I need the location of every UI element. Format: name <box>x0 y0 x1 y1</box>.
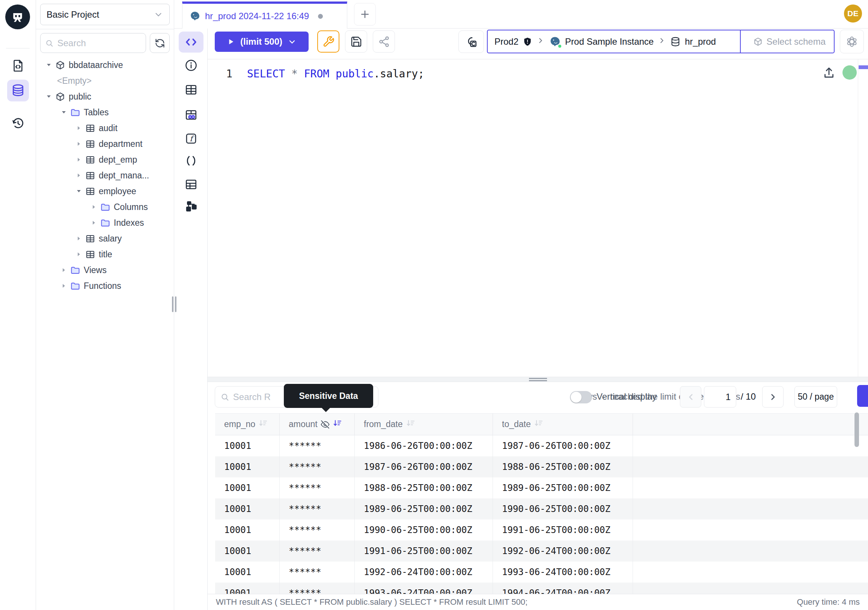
refresh-schema-button[interactable] <box>150 33 170 53</box>
caret-right-icon[interactable] <box>61 267 67 273</box>
tree-item-functions[interactable]: Functions <box>36 278 174 294</box>
caret-right-icon[interactable] <box>76 157 82 163</box>
tree-item-public[interactable]: public <box>36 88 174 104</box>
column-header-to_date[interactable]: to_date <box>493 414 633 435</box>
functions-panel-button[interactable]: f <box>184 132 198 146</box>
user-avatar[interactable]: DE <box>844 5 862 23</box>
ai-assistant-button[interactable] <box>840 29 864 53</box>
table-row[interactable]: 10001******1987-06-26T00:00:00Z1988-06-2… <box>215 456 868 477</box>
sidebar-resize-handle[interactable] <box>172 296 177 312</box>
next-page-button[interactable] <box>762 386 784 408</box>
query-time-label: Query time: 4 ms <box>797 597 860 607</box>
vertical-display-toggle[interactable] <box>570 391 592 404</box>
caret-right-icon[interactable] <box>91 204 97 210</box>
save-sheet-button[interactable] <box>345 30 367 53</box>
views-panel-button[interactable] <box>184 177 198 192</box>
results-panel: ws - reached the limit of query results … <box>208 382 868 594</box>
tree-item-audit[interactable]: audit <box>36 120 174 136</box>
table-cell: 1987-06-26T00:00:00Z <box>355 456 493 477</box>
page-size-select[interactable]: 50 / page <box>794 386 837 408</box>
export-button-fragment[interactable] <box>857 385 868 407</box>
sql-code-line[interactable]: SELECT * FROM public.salary; <box>247 68 424 80</box>
table-cell: 1988-06-25T00:00:00Z <box>493 456 633 477</box>
sql-editor[interactable]: 1 SELECT * FROM public.salary; <box>208 59 868 377</box>
column-header-amount[interactable]: amount <box>280 414 355 435</box>
eye-off-icon[interactable] <box>321 420 330 429</box>
table2-icon <box>184 178 198 191</box>
sort-icon[interactable] <box>258 419 268 430</box>
code-panel-tab[interactable] <box>179 31 203 53</box>
tree-item-tables[interactable]: Tables <box>36 104 174 120</box>
worksheet-nav-button[interactable] <box>7 55 29 77</box>
batch-query-button[interactable] <box>459 30 484 53</box>
sort-icon[interactable] <box>534 419 544 430</box>
main-content: f (limit 500) <box>174 28 868 610</box>
caret-right-icon[interactable] <box>76 125 82 131</box>
caret-down-icon[interactable] <box>76 188 82 194</box>
table-cell: ****** <box>280 562 355 582</box>
database-nav-button[interactable] <box>7 80 29 101</box>
caret-right-icon[interactable] <box>76 141 82 147</box>
caret-right-icon[interactable] <box>61 283 67 289</box>
table-row[interactable]: 10001******1992-06-24T00:00:00Z1993-06-2… <box>215 562 868 582</box>
tree-item-bbdataarchive[interactable]: bbdataarchive <box>36 57 174 73</box>
sort-icon[interactable] <box>406 419 415 430</box>
table-row[interactable]: 10001******1988-06-25T00:00:00Z1989-06-2… <box>215 477 868 498</box>
sidebar-search[interactable] <box>40 33 146 53</box>
caret-right-icon[interactable] <box>76 172 82 178</box>
table-cell: 1993-06-24T00:00:00Z <box>493 562 633 582</box>
run-query-button[interactable]: (limit 500) <box>215 31 308 52</box>
caret-right-icon[interactable] <box>76 251 82 257</box>
table-icon <box>85 186 95 196</box>
masking-panel-button[interactable] <box>184 108 198 122</box>
table-row[interactable]: 10001******1991-06-25T00:00:00Z1992-06-2… <box>215 540 868 562</box>
sort-icon[interactable] <box>333 419 343 430</box>
connection-breadcrumb[interactable]: Prod2 Prod Sample Instance hr_prod Selec… <box>487 29 835 53</box>
database-icon <box>670 36 680 47</box>
column-header-emp_no[interactable]: emp_no <box>215 414 280 435</box>
table-row[interactable]: 10001******1986-06-26T00:00:00Z1987-06-2… <box>215 435 868 456</box>
table-row[interactable]: 10001******1990-06-25T00:00:00Z1991-06-2… <box>215 520 868 540</box>
schema-diagram-button[interactable] <box>184 199 198 213</box>
tree-item-department[interactable]: department <box>36 136 174 152</box>
prev-page-button[interactable] <box>680 386 701 408</box>
sidebar-search-input[interactable] <box>57 38 141 48</box>
bytebase-logo[interactable] <box>5 5 30 29</box>
tree-item-dept-emp[interactable]: dept_emp <box>36 152 174 168</box>
tree-item-dept-mana[interactable]: dept_mana... <box>36 168 174 183</box>
caret-down-icon[interactable] <box>61 109 67 115</box>
upload-sql-button[interactable] <box>822 66 836 81</box>
tree-item-employee[interactable]: employee <box>36 183 174 199</box>
parameters-panel-button[interactable] <box>184 154 198 168</box>
tree-item-empty[interactable]: <Empty> <box>36 73 174 88</box>
tree-item-columns[interactable]: Columns <box>36 199 174 215</box>
caret-right-icon[interactable] <box>76 236 82 242</box>
column-header-label: from_date <box>364 419 403 429</box>
tab-hr-prod[interactable]: hr_prod 2024-11-22 16:49 <box>182 2 347 28</box>
schema-selector[interactable]: Select schema <box>745 36 834 47</box>
page-number-input[interactable] <box>704 386 736 408</box>
column-header-from_date[interactable]: from_date <box>355 414 493 435</box>
info-panel-button[interactable] <box>184 58 198 73</box>
tree-item-views[interactable]: Views <box>36 262 174 278</box>
format-sql-button[interactable] <box>317 30 339 53</box>
executed-query-text: WITH result AS ( SELECT * FROM public.sa… <box>216 597 527 607</box>
history-nav-button[interactable] <box>7 113 29 135</box>
panel-splitter[interactable] <box>208 377 868 382</box>
tree-item-indexes[interactable]: Indexes <box>36 215 174 231</box>
tree-item-salary[interactable]: salary <box>36 231 174 247</box>
share-sheet-button[interactable] <box>373 30 395 53</box>
table-row[interactable]: 10001******1993-06-24T00:00:00Z1994-06-2… <box>215 582 868 594</box>
tables-panel-button[interactable] <box>184 83 198 97</box>
caret-down-icon[interactable] <box>46 93 52 99</box>
new-tab-button[interactable] <box>354 3 376 26</box>
project-selector[interactable]: Basic Project <box>40 4 170 25</box>
results-scrollbar-thumb[interactable] <box>854 413 859 447</box>
main-area: hr_prod 2024-11-22 16:49 DE <box>174 0 868 610</box>
tree-item-title[interactable]: title <box>36 247 174 262</box>
column-header-empty[interactable] <box>633 414 868 435</box>
overview-ruler-mark <box>859 65 868 69</box>
table-row[interactable]: 10001******1989-06-25T00:00:00Z1990-06-2… <box>215 498 868 520</box>
caret-right-icon[interactable] <box>91 220 97 226</box>
caret-down-icon[interactable] <box>46 62 52 68</box>
